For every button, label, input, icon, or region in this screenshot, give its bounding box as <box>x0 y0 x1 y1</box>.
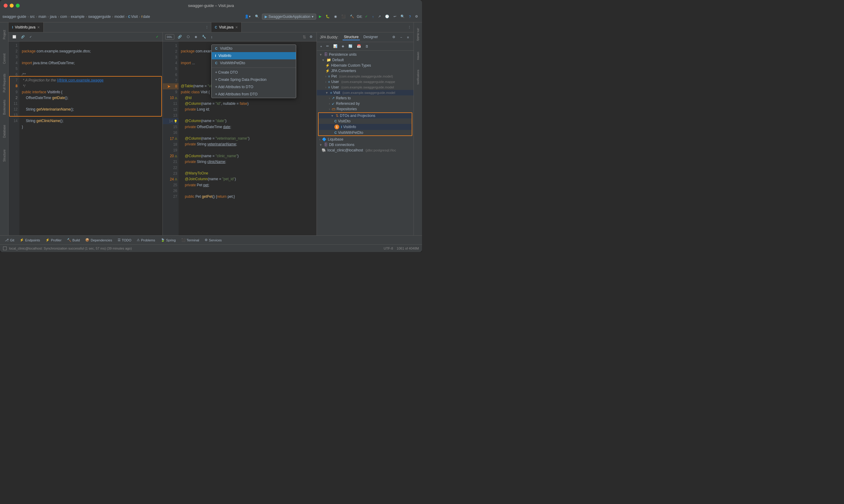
dropdown-add-from-dto[interactable]: + Add Attributes from DTO <box>212 91 296 98</box>
breadcrumb-swaggerguide[interactable]: swaggerguide <box>88 15 111 19</box>
left-tool-2[interactable]: 🔗 <box>19 34 26 39</box>
dropdown-item-visitinfo[interactable]: I VisitInfo <box>212 52 296 59</box>
bottom-tab-build[interactable]: 🔨 Build <box>65 237 82 243</box>
close-button[interactable] <box>4 4 7 7</box>
jpa-chart-btn[interactable]: 📊 <box>332 43 339 49</box>
jpa-settings-btn[interactable]: ⚙ <box>391 34 397 40</box>
breadcrumb-model[interactable]: model <box>115 15 125 19</box>
vcs-button[interactable]: 👤▾ <box>243 14 252 19</box>
minimize-button[interactable] <box>10 4 14 7</box>
tab-close-visit[interactable]: × <box>235 25 238 30</box>
run-button[interactable]: ▶ <box>317 14 323 19</box>
tree-liquibase[interactable]: › 🔷 Liquibase <box>317 137 414 142</box>
debug-button[interactable]: 🐛 <box>324 14 331 19</box>
right-tool-3[interactable]: ⬡ <box>185 34 191 40</box>
tree-default[interactable]: ▼ 📁 Default <box>317 57 414 63</box>
stop-button[interactable]: ⬛ <box>340 14 347 19</box>
right-panel-options[interactable]: ⋮ <box>405 22 414 32</box>
jpa-tool-4[interactable]: ◈ <box>340 43 346 49</box>
bottom-tab-profiler[interactable]: ⚡ Profiler <box>43 237 64 243</box>
git-history-button[interactable]: 🕐 <box>383 14 391 19</box>
left-tool-3[interactable]: ✓ <box>28 34 33 39</box>
sidebar-tab-bookmarks[interactable]: Bookmarks <box>0 95 8 119</box>
jpa-add-btn[interactable]: + <box>318 43 324 49</box>
right-tool-2[interactable]: 🔗 <box>176 34 184 40</box>
jpa-edit-btn[interactable]: ✏ <box>325 43 330 49</box>
tree-persistence-units[interactable]: ▼ 🗄 Persistence units <box>317 52 414 57</box>
sidebar-tab-pull-requests[interactable]: Pull Requests <box>0 71 8 95</box>
git-revert-button[interactable]: ↩ <box>392 14 398 19</box>
breadcrumb-example[interactable]: example <box>71 15 84 19</box>
coverage-button[interactable]: ◉ <box>332 14 339 19</box>
breadcrumb-swagger-guide[interactable]: swagger-guide <box>2 15 27 19</box>
jpa-options-btn[interactable]: ≡ <box>406 35 411 40</box>
tree-user-2[interactable]: › ≡ User (com.example.swaggerguide.model <box>317 85 414 90</box>
jpa-tool-6[interactable]: 📅 <box>355 43 363 49</box>
tree-user-1[interactable]: › ≡ User (com.example.swaggerguide.mappe <box>317 79 414 85</box>
bottom-tab-git[interactable]: ⎇ Git <box>2 237 17 243</box>
jpa-tab-structure[interactable]: Structure <box>343 34 360 40</box>
left-tool-1[interactable]: ⬜ <box>11 34 18 39</box>
dropdown-create-dto[interactable]: + Create DTO <box>212 69 296 76</box>
jpa-tool-7[interactable]: 🗓 <box>364 43 370 49</box>
breadcrumb-java[interactable]: java <box>50 15 57 19</box>
settings-button[interactable]: ⚙ <box>414 14 419 19</box>
tree-visit[interactable]: ▼ ≡ Visit (com.example.swaggerguide.mode… <box>317 90 414 95</box>
tab-close-visitinfo[interactable]: × <box>37 25 40 30</box>
tree-db-connections[interactable]: ▼ 🗄 DB connections <box>317 142 414 147</box>
breadcrumb-src[interactable]: src <box>30 15 35 19</box>
left-tool-validate[interactable]: ✓ <box>154 34 160 40</box>
tree-repositories[interactable]: › 🗃 Repositories <box>317 106 414 112</box>
jpa-tab-designer[interactable]: Designer <box>362 34 379 40</box>
breadcrumb-com[interactable]: com <box>60 15 67 19</box>
git-push-button[interactable]: ↑ <box>371 14 375 19</box>
tree-visitinfo[interactable]: 1 I VisitInfo <box>318 124 412 130</box>
build-button[interactable]: 🔨 <box>348 14 356 19</box>
tree-dtos-projections[interactable]: ▼ ⇅ DTOs and Projections <box>318 113 412 119</box>
right-sort-icon[interactable]: ⇅ <box>303 35 306 39</box>
right-tab-notifications[interactable]: Notifications <box>414 65 422 89</box>
dropdown-create-projection[interactable]: + Create Spring Data Projection <box>212 76 296 83</box>
right-tool-ddl[interactable]: DDL <box>165 34 174 40</box>
tab-visitinfo[interactable]: I VisitInfo.java × <box>8 22 44 32</box>
bottom-tab-terminal[interactable]: ⬛ Terminal <box>179 237 202 243</box>
dropdown-add-to-dto[interactable]: + Add Attributes to DTO <box>212 83 296 91</box>
dropdown-item-visitwithpetdto[interactable]: C VisitWithPetDto <box>212 59 296 67</box>
right-tool-6[interactable]: ↕ <box>209 34 214 40</box>
right-settings[interactable]: ⚙ <box>308 34 314 40</box>
tree-jpa-converters[interactable]: ⚡ JPA Converters <box>317 68 414 74</box>
tree-pet[interactable]: › ≡ Pet (com.example.swaggerguide.model) <box>317 74 414 79</box>
bottom-tab-problems[interactable]: ⚠ Problems <box>134 237 157 243</box>
tree-refers-to[interactable]: › ↗ Refers to <box>317 95 414 101</box>
bottom-tab-spring[interactable]: 🍃 Spring <box>158 237 178 243</box>
run-config-selector[interactable]: ▶ SwaggerGuideApplication ▾ <box>262 14 316 20</box>
git-pull-button[interactable]: ↗ <box>377 14 382 19</box>
git-check-button[interactable]: ✓ <box>363 14 369 19</box>
maximize-button[interactable] <box>16 4 20 7</box>
breadcrumb-main[interactable]: main <box>38 15 46 19</box>
tree-visitdto[interactable]: C VisitDto <box>318 119 412 124</box>
bottom-tab-dependencies[interactable]: 📦 Dependencies <box>83 237 114 243</box>
bottom-tab-services[interactable]: ⚙ Services <box>202 237 224 243</box>
right-tab-maven[interactable]: Maven <box>414 47 422 65</box>
tab-visit[interactable]: C Visit.java × <box>211 22 242 32</box>
sidebar-tab-commit[interactable]: Commit <box>0 47 8 71</box>
jpa-tool-5[interactable]: 🔄 <box>347 43 354 49</box>
navigate-button[interactable]: 🔍 <box>254 14 261 19</box>
right-tool-5[interactable]: 🔧 <box>201 34 208 40</box>
right-tab-jpa[interactable]: JPA Buddy <box>414 22 422 47</box>
sidebar-tab-structure[interactable]: Structure <box>0 144 8 168</box>
search-button[interactable]: 🔍 <box>399 14 406 19</box>
bottom-tab-todo[interactable]: ☰ TODO <box>115 237 134 243</box>
left-panel-options[interactable]: ⋮ <box>203 22 211 32</box>
jpa-minimize-btn[interactable]: − <box>399 35 403 40</box>
encoding-label[interactable]: UTF-8 <box>383 247 393 250</box>
help-button[interactable]: ? <box>408 14 412 19</box>
breadcrumb-visit[interactable]: Visit <box>131 15 138 19</box>
tree-hibernate-custom-types[interactable]: ⚡ Hibernate Custom Types <box>317 63 414 68</box>
dropdown-item-visitdto[interactable]: C VisitDto <box>212 45 296 52</box>
breadcrumb-date[interactable]: date <box>143 15 150 19</box>
right-tool-4[interactable]: ◈ <box>193 34 199 40</box>
traffic-lights[interactable] <box>4 4 20 7</box>
tree-referenced-by[interactable]: › ↙ Referenced by <box>317 101 414 106</box>
